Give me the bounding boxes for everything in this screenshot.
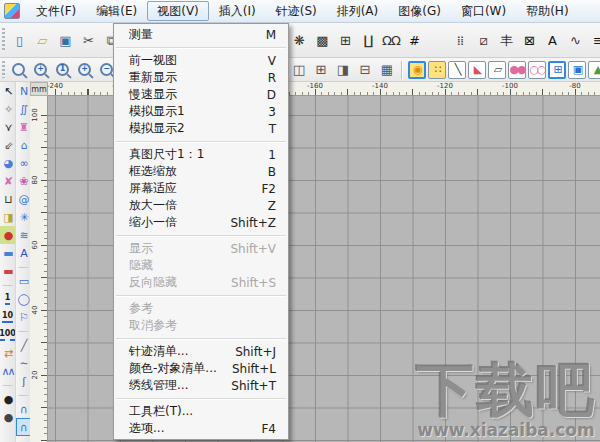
flower-ball-tool[interactable]: ❀ xyxy=(16,172,31,190)
select-tool[interactable]: ↖ xyxy=(0,82,15,100)
zoom-box-icon[interactable] xyxy=(8,59,29,80)
shell-tool[interactable]: ◕ xyxy=(0,154,15,172)
toolbar-grip[interactable] xyxy=(2,61,5,77)
menu-item[interactable]: 选项... F4 xyxy=(114,420,288,437)
menu-bar-item[interactable]: 编辑(E) xyxy=(86,1,147,21)
menu-bar-item[interactable]: 视图(V) xyxy=(147,1,209,21)
hoop-door-tool[interactable]: ◨ xyxy=(0,208,15,226)
show-background-toggle[interactable]: ▲ xyxy=(588,61,600,79)
pattern-flower-icon[interactable]: ❋ xyxy=(288,27,310,53)
star-stitch-tool[interactable]: ✳ xyxy=(16,208,31,226)
menu-item[interactable]: 放大一倍 Z xyxy=(114,197,288,214)
menu-item[interactable]: 缩小一倍 Shift+Z xyxy=(114,214,288,231)
zoom-in-icon[interactable]: + xyxy=(74,59,95,80)
arc-tool[interactable]: ∩ xyxy=(16,400,31,418)
zoom-in-region-icon[interactable]: + xyxy=(30,59,51,80)
menu-item[interactable]: 前一视图 V xyxy=(114,52,288,69)
menu-bar-item[interactable]: 插入(I) xyxy=(209,1,266,21)
satin-pattern-icon[interactable]: ▩ xyxy=(311,27,333,53)
show-hoop-toggle[interactable]: ▣ xyxy=(568,61,586,79)
wave-tool[interactable]: ∼ xyxy=(16,354,31,372)
frame-tool[interactable]: ⊔ xyxy=(0,190,15,208)
show-beads-filled-toggle[interactable]: ●● xyxy=(508,61,526,79)
align-right-icon[interactable]: ◨ xyxy=(332,59,353,80)
squiggle-input-tool[interactable]: ∬ xyxy=(16,100,31,118)
polygon-nodes-tool[interactable]: ⌂ xyxy=(16,136,31,154)
toolbar-grip[interactable] xyxy=(2,28,5,52)
run-pen-red-icon[interactable]: ▬ xyxy=(0,262,15,280)
menu-item[interactable]: 参考 xyxy=(114,300,288,317)
traffic-light-icon[interactable]: ● xyxy=(0,226,15,244)
cut-icon[interactable]: ✂ xyxy=(77,27,99,53)
stitch-angle-tool[interactable]: ⇙ xyxy=(0,136,15,154)
show-beads-outline-toggle[interactable]: ○○ xyxy=(528,61,546,79)
rectangle-tool[interactable]: ▭ xyxy=(16,272,31,290)
run-10-icon[interactable]: 10 xyxy=(0,308,15,326)
menu-item[interactable]: 框选缩放 B xyxy=(114,163,288,180)
shell-spiral-tool[interactable]: @ xyxy=(16,190,31,208)
show-hatch-toggle[interactable]: ◣ xyxy=(468,61,486,79)
horizontal-lines-icon[interactable]: ≡ xyxy=(587,27,600,53)
ribbon-tool[interactable]: ≋ xyxy=(16,226,31,244)
machine-tool[interactable]: ♜ xyxy=(16,118,31,136)
slant-hatch-icon[interactable]: ⧄ xyxy=(472,27,494,53)
double-peak-icon[interactable]: ∧∧ xyxy=(0,362,15,380)
distribute-h-icon[interactable]: ⊟ xyxy=(354,59,375,80)
line-tool[interactable]: ╱ xyxy=(16,336,31,354)
u-columns-icon[interactable]: ∐ xyxy=(357,27,379,53)
menu-item[interactable]: 隐藏 xyxy=(114,257,288,274)
wavy-lines-icon[interactable]: ∿ xyxy=(564,27,586,53)
node-edit-tool[interactable]: ✧ xyxy=(0,100,15,118)
menu-item[interactable]: 工具栏(T)... xyxy=(114,403,288,420)
lettering-tool[interactable]: A xyxy=(16,244,31,262)
table-grid-icon[interactable]: ⊞ xyxy=(334,27,356,53)
fence-pattern-icon[interactable]: 丰 xyxy=(495,27,517,53)
menu-item[interactable]: 针迹清单... Shift+J xyxy=(114,343,288,360)
menu-bar-item[interactable]: 文件(F) xyxy=(26,1,86,21)
run-100-icon[interactable]: 100 xyxy=(0,326,15,344)
menu-item[interactable]: 真图尺寸1：1 1 xyxy=(114,146,288,163)
loop-stitch-icon[interactable]: ΩΩ xyxy=(380,27,402,53)
loops-tool[interactable]: ∞ xyxy=(16,154,31,172)
menu-item[interactable]: 测量 M xyxy=(114,26,288,43)
bird-check-tool[interactable]: ✘ xyxy=(0,172,15,190)
scurve-tool[interactable]: ʃ xyxy=(16,372,31,390)
zigzag-input-tool[interactable]: N xyxy=(16,82,31,100)
menu-bar-item[interactable]: 图像(G) xyxy=(388,1,451,21)
menu-bar-item[interactable]: 窗口(W) xyxy=(451,1,516,21)
show-outline-toggle[interactable]: ▱ xyxy=(488,61,506,79)
menu-item[interactable]: 取消参考 xyxy=(114,317,288,334)
distribute-v-icon[interactable]: ▦ xyxy=(376,59,397,80)
bead2-tool-icon[interactable]: ● xyxy=(0,408,15,426)
menu-item[interactable]: 反向隐藏 Shift+S xyxy=(114,274,288,291)
dotted-columns-icon[interactable]: ⁞⁞ xyxy=(449,27,471,53)
run-1-icon[interactable]: 1 xyxy=(0,290,15,308)
menu-item[interactable]: 模拟显示2 T xyxy=(114,120,288,137)
show-connectors-toggle[interactable]: ╲ xyxy=(448,61,466,79)
run-pen-blue-icon[interactable]: ▬ xyxy=(0,244,15,262)
hash-grid-icon[interactable]: # xyxy=(403,27,425,53)
menu-bar-item[interactable]: 帮助(H) xyxy=(516,1,578,21)
motif-a-icon[interactable]: A xyxy=(541,27,563,53)
zoom-actual-icon[interactable]: 1 xyxy=(52,59,73,80)
menu-item[interactable]: 绣线管理... Shift+T xyxy=(114,377,288,394)
new-file-icon[interactable]: ▯ xyxy=(8,27,30,53)
menu-bar-item[interactable]: 排列(A) xyxy=(327,1,389,21)
menu-item[interactable]: 重新显示 R xyxy=(114,69,288,86)
show-grid-toggle[interactable]: ⊞ xyxy=(548,61,566,79)
crossed-box-icon[interactable]: ⊠ xyxy=(518,27,540,53)
ellipse-tool[interactable]: ◯ xyxy=(16,290,31,308)
arc-3pt-tool[interactable]: ∩ xyxy=(16,418,31,436)
reshape-tool[interactable]: ⋎ xyxy=(0,118,15,136)
show-points-toggle[interactable]: ∷ xyxy=(428,61,446,79)
menu-item[interactable]: 屏幕适应 F2 xyxy=(114,180,288,197)
connector-icon[interactable]: ⇄ xyxy=(0,344,15,362)
align-middle-icon[interactable]: ⊞ xyxy=(310,59,331,80)
menu-bar-item[interactable]: 针迹(S) xyxy=(266,1,327,21)
menu-item[interactable]: 慢速显示 D xyxy=(114,86,288,103)
align-columns-icon[interactable]: ◫ xyxy=(288,59,309,80)
flag-tool[interactable]: ⚐ xyxy=(16,308,31,326)
menu-item[interactable]: 模拟显示1 3 xyxy=(114,103,288,120)
save-icon[interactable]: ▣ xyxy=(54,27,76,53)
show-stitches-toggle[interactable]: ◉ xyxy=(408,61,426,79)
